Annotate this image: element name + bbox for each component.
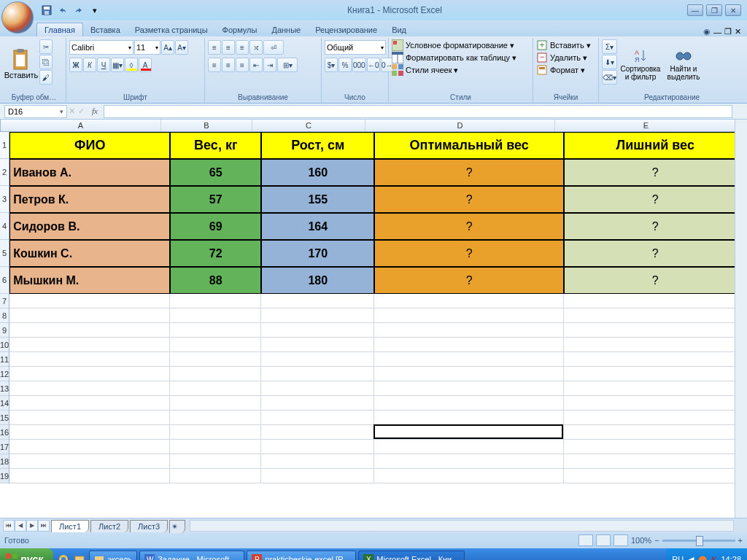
- data-cell[interactable]: ?: [374, 213, 564, 240]
- empty-cell[interactable]: [564, 381, 735, 396]
- empty-cell[interactable]: [261, 381, 374, 396]
- minimize-button[interactable]: —: [687, 4, 703, 16]
- delete-cells-button[interactable]: −Удалить ▾: [536, 52, 587, 63]
- empty-cell[interactable]: [564, 396, 735, 411]
- sheet-nav-last-icon[interactable]: ⏭: [38, 520, 50, 532]
- data-cell[interactable]: 164: [261, 213, 374, 240]
- number-format-combo[interactable]: Общий▾: [325, 40, 386, 55]
- cell-styles-button[interactable]: Стили ячеек ▾: [392, 64, 458, 76]
- data-cell[interactable]: ?: [564, 240, 735, 267]
- autosum-icon[interactable]: Σ▾: [602, 39, 617, 54]
- col-header[interactable]: B: [161, 120, 252, 131]
- empty-cell[interactable]: [9, 454, 170, 469]
- doc-close-icon[interactable]: ✕: [735, 27, 741, 36]
- row-header[interactable]: 17: [0, 440, 9, 454]
- empty-cell[interactable]: [564, 294, 735, 308]
- data-cell[interactable]: 88: [170, 267, 261, 294]
- data-cell[interactable]: Мышкин М.: [9, 267, 170, 294]
- empty-cell[interactable]: [9, 352, 170, 367]
- empty-cell[interactable]: [170, 352, 261, 367]
- data-cell[interactable]: Петров К.: [9, 186, 170, 213]
- font-color-icon[interactable]: A: [139, 58, 152, 72]
- data-cell[interactable]: ?: [374, 159, 564, 186]
- row-header[interactable]: 4: [0, 213, 9, 240]
- find-select-button[interactable]: Найти и выделить: [664, 39, 703, 89]
- decrease-font-icon[interactable]: A▾: [175, 40, 188, 55]
- align-center-icon[interactable]: ≡: [222, 58, 235, 72]
- fill-icon[interactable]: ⬇▾: [602, 55, 617, 69]
- data-cell[interactable]: ?: [564, 186, 735, 213]
- align-left-icon[interactable]: ≡: [208, 58, 221, 72]
- row-header[interactable]: 8: [0, 308, 9, 323]
- sheet-tab-3[interactable]: Лист3: [130, 520, 168, 532]
- language-indicator[interactable]: RU: [672, 555, 684, 560]
- empty-cell[interactable]: [564, 411, 735, 425]
- data-cell[interactable]: ?: [564, 159, 735, 186]
- fill-color-icon[interactable]: ◊: [125, 58, 138, 72]
- empty-cell[interactable]: [170, 381, 261, 396]
- header-cell[interactable]: Вес, кг: [170, 132, 261, 159]
- empty-cell[interactable]: [261, 367, 374, 381]
- empty-cell[interactable]: [374, 411, 564, 425]
- tab-page-layout[interactable]: Разметка страницы: [128, 23, 215, 36]
- data-cell[interactable]: 69: [170, 213, 261, 240]
- data-cell[interactable]: 180: [261, 267, 374, 294]
- tray-icon[interactable]: ◀: [688, 555, 694, 561]
- empty-cell[interactable]: [374, 323, 564, 338]
- sheet-tab-2[interactable]: Лист2: [90, 520, 128, 532]
- close-button[interactable]: ✕: [725, 4, 741, 16]
- col-header[interactable]: A: [1, 120, 161, 131]
- empty-cell[interactable]: [564, 367, 735, 381]
- page-layout-view-icon[interactable]: [596, 534, 611, 546]
- empty-cell[interactable]: [9, 308, 170, 323]
- sheet-tab-1[interactable]: Лист1: [51, 520, 89, 532]
- format-cells-button[interactable]: Формат ▾: [536, 64, 585, 76]
- paste-button[interactable]: Вставить: [5, 39, 37, 89]
- zoom-slider[interactable]: [662, 540, 735, 542]
- data-cell[interactable]: ?: [374, 267, 564, 294]
- data-cell[interactable]: 72: [170, 240, 261, 267]
- empty-cell[interactable]: [170, 338, 261, 352]
- empty-cell[interactable]: [9, 381, 170, 396]
- empty-cell[interactable]: [374, 396, 564, 411]
- data-cell[interactable]: ?: [564, 213, 735, 240]
- row-header[interactable]: 1: [0, 132, 9, 159]
- percent-icon[interactable]: %: [338, 58, 352, 72]
- doc-restore-icon[interactable]: ❐: [724, 27, 732, 36]
- empty-cell[interactable]: [170, 367, 261, 381]
- empty-cell[interactable]: [261, 469, 374, 483]
- row-header[interactable]: 18: [0, 454, 9, 469]
- taskbar-item[interactable]: эксель: [89, 551, 137, 560]
- tab-data[interactable]: Данные: [264, 23, 308, 36]
- font-size-combo[interactable]: 11▾: [134, 40, 160, 55]
- header-cell[interactable]: Лишний вес: [564, 132, 735, 159]
- header-cell[interactable]: Оптимальный вес: [374, 132, 564, 159]
- font-name-combo[interactable]: Calibri▾: [69, 40, 133, 55]
- empty-cell[interactable]: [170, 440, 261, 454]
- tray-icon[interactable]: K: [711, 555, 716, 560]
- empty-cell[interactable]: [374, 338, 564, 352]
- save-icon[interactable]: [39, 3, 54, 18]
- zoom-percent[interactable]: 100%: [631, 536, 651, 545]
- zoom-out-icon[interactable]: −: [654, 536, 659, 545]
- horizontal-scrollbar[interactable]: [190, 520, 734, 532]
- empty-cell[interactable]: [9, 396, 170, 411]
- empty-cell[interactable]: [261, 425, 374, 440]
- align-bottom-icon[interactable]: ≡: [236, 40, 249, 55]
- row-header[interactable]: 11: [0, 352, 9, 367]
- empty-cell[interactable]: [9, 367, 170, 381]
- empty-cell[interactable]: [564, 338, 735, 352]
- italic-button[interactable]: К: [83, 58, 96, 72]
- empty-cell[interactable]: [261, 440, 374, 454]
- empty-cell[interactable]: [9, 440, 170, 454]
- taskbar-item[interactable]: WЗадание - Microsoft …: [139, 551, 244, 560]
- empty-cell[interactable]: [374, 381, 564, 396]
- row-header[interactable]: 2: [0, 159, 9, 186]
- data-cell[interactable]: 155: [261, 186, 374, 213]
- copy-icon[interactable]: ⿻: [39, 55, 53, 69]
- col-header[interactable]: E: [555, 120, 735, 131]
- clock[interactable]: 14:28: [721, 555, 741, 560]
- bold-button[interactable]: Ж: [69, 58, 82, 72]
- empty-cell[interactable]: [9, 425, 170, 440]
- row-header[interactable]: 6: [0, 267, 9, 294]
